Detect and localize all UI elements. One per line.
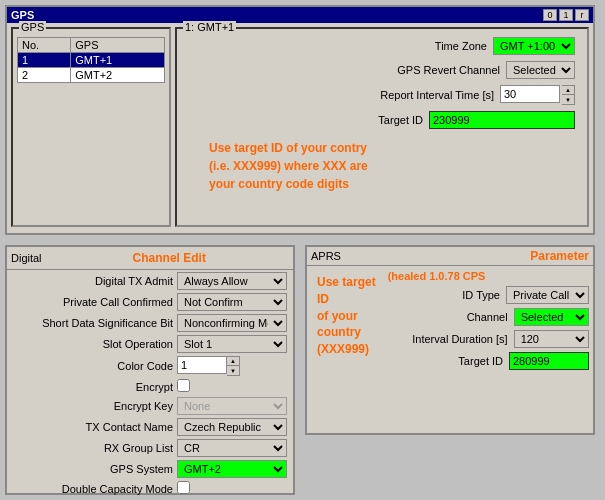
gps-revert-select[interactable]: Selected None (506, 61, 575, 79)
digital-tx-admit-control: Always Allow (177, 272, 287, 290)
gps-panel-label: GPS (19, 21, 46, 33)
id-type-select[interactable]: Private Call (506, 286, 589, 304)
btn-1[interactable]: 1 (559, 9, 573, 21)
gps-title-bar: GPS 0 1 r (7, 7, 593, 23)
digital-tx-admit-label: Digital TX Admit (13, 275, 173, 287)
target-id-input[interactable] (429, 111, 575, 129)
gps-revert-control: Selected None (506, 61, 575, 79)
color-code-up[interactable]: ▲ (227, 357, 239, 366)
spinner-down[interactable]: ▼ (562, 95, 574, 104)
spinner-up[interactable]: ▲ (562, 86, 574, 95)
aprs-header-label: APRS (311, 250, 341, 262)
double-cap-checkbox[interactable] (177, 481, 190, 494)
double-cap-label: Double Capacity Mode (13, 483, 173, 495)
short-data-row: Short Data Significance Bit Nonconfirmin… (13, 314, 287, 332)
private-call-select[interactable]: Not Confirm (177, 293, 287, 311)
rx-group-row: RX Group List CR (13, 439, 287, 457)
rx-group-control: CR (177, 439, 287, 457)
aprs-target-id-label: Target ID (383, 355, 503, 367)
channel-label: Channel (388, 311, 508, 323)
interval-duration-label: Interval Duration [s] (388, 333, 508, 345)
row-gps: GMT+1 (71, 53, 165, 68)
channel-select[interactable]: Selected (514, 308, 589, 326)
gps-system-row: GPS System GMT+2 (13, 460, 287, 478)
slot-op-select[interactable]: Slot 1 (177, 335, 287, 353)
short-data-label: Short Data Significance Bit (13, 317, 173, 329)
gps-content: GPS No. GPS 1 GMT+1 2 GMT+2 (7, 23, 593, 231)
encrypt-control (177, 379, 287, 394)
short-data-select[interactable]: Nonconfirming Mode (177, 314, 287, 332)
col-no: No. (18, 38, 71, 53)
rx-group-label: RX Group List (13, 442, 173, 454)
target-id-control (429, 111, 575, 129)
gps-revert-row: GPS Revert Channel Selected None (189, 61, 575, 79)
short-data-control: Nonconfirming Mode (177, 314, 287, 332)
timezone-row: Time Zone GMT +1:00 (189, 37, 575, 55)
color-code-input[interactable] (177, 356, 227, 374)
private-call-row: Private Call Confirmed Not Confirm (13, 293, 287, 311)
encrypt-key-row: Encrypt Key None (13, 397, 287, 415)
encrypt-key-control: None (177, 397, 287, 415)
table-row[interactable]: 2 GMT+2 (18, 68, 165, 83)
channel-row: Channel Selected (388, 308, 589, 326)
aprs-target-id-input[interactable] (509, 352, 589, 370)
gps-system-label: GPS System (13, 463, 173, 475)
digital-label: Digital (11, 252, 42, 264)
tx-contact-row: TX Contact Name Czech Republic (13, 418, 287, 436)
report-interval-label: Report Interval Time [s] (380, 89, 494, 101)
color-code-label: Color Code (13, 360, 173, 372)
rx-group-select[interactable]: CR (177, 439, 287, 457)
id-type-label: ID Type (380, 289, 500, 301)
gps-list-panel: GPS No. GPS 1 GMT+1 2 GMT+2 (11, 27, 171, 227)
tx-contact-label: TX Contact Name (13, 421, 173, 433)
report-interval-input[interactable] (500, 85, 560, 103)
gmt-info-text: Use target ID of your contry (i.e. XXX99… (189, 139, 575, 193)
timezone-select[interactable]: GMT +1:00 (493, 37, 575, 55)
row-gps: GMT+2 (71, 68, 165, 83)
timezone-label: Time Zone (435, 40, 487, 52)
spinner-buttons: ▲ ▼ (562, 85, 575, 105)
row-no: 2 (18, 68, 71, 83)
slot-op-row: Slot Operation Slot 1 (13, 335, 287, 353)
interval-duration-select[interactable]: 120 (514, 330, 589, 348)
encrypt-key-label: Encrypt Key (13, 400, 173, 412)
aprs-target-id-row: Target ID (388, 352, 589, 370)
gmt-panel-label: 1: GMT+1 (183, 21, 236, 33)
report-interval-row: Report Interval Time [s] ▲ ▼ (189, 85, 575, 105)
healed-text: (healed 1.0.78 CPS (388, 270, 589, 282)
aprs-body: Use target IDof yourcountry(XXX999) (hea… (307, 266, 593, 378)
aprs-info-text: Use target IDof yourcountry(XXX999) (311, 270, 384, 362)
slot-op-control: Slot 1 (177, 335, 287, 353)
param-title: Parameter (345, 249, 589, 263)
row-no: 1 (18, 53, 71, 68)
window-controls: 0 1 r (543, 9, 589, 21)
gps-revert-label: GPS Revert Channel (397, 64, 500, 76)
gps-settings-panel: 1: GMT+1 Time Zone GMT +1:00 GPS Revert … (175, 27, 589, 227)
encrypt-label: Encrypt (13, 381, 173, 393)
aprs-form-panel: (healed 1.0.78 CPS ID Type Private Call … (388, 266, 593, 378)
color-code-down[interactable]: ▼ (227, 366, 239, 375)
id-type-row: ID Type Private Call (388, 286, 589, 304)
color-code-row: Color Code ▲ ▼ (13, 356, 287, 376)
double-cap-control (177, 481, 287, 496)
btn-0[interactable]: 0 (543, 9, 557, 21)
table-row[interactable]: 1 GMT+1 (18, 53, 165, 68)
encrypt-checkbox[interactable] (177, 379, 190, 392)
gps-system-select[interactable]: GMT+2 (177, 460, 287, 478)
double-cap-row: Double Capacity Mode (13, 481, 287, 496)
private-call-label: Private Call Confirmed (13, 296, 173, 308)
channel-edit-title: Channel Edit (50, 249, 289, 267)
private-call-control: Not Confirm (177, 293, 287, 311)
timezone-control: GMT +1:00 (493, 37, 575, 55)
btn-r[interactable]: r (575, 9, 589, 21)
digital-tx-admit-row: Digital TX Admit Always Allow (13, 272, 287, 290)
color-code-spinner: ▲ ▼ (227, 356, 240, 376)
aprs-window: APRS Parameter Use target IDof yourcount… (305, 245, 595, 435)
tx-contact-select[interactable]: Czech Republic (177, 418, 287, 436)
gps-table: No. GPS 1 GMT+1 2 GMT+2 (17, 37, 165, 83)
digital-tx-admit-select[interactable]: Always Allow (177, 272, 287, 290)
encrypt-key-select: None (177, 397, 287, 415)
slot-op-label: Slot Operation (13, 338, 173, 350)
report-interval-control: ▲ ▼ (500, 85, 575, 105)
color-code-control: ▲ ▼ (177, 356, 287, 376)
